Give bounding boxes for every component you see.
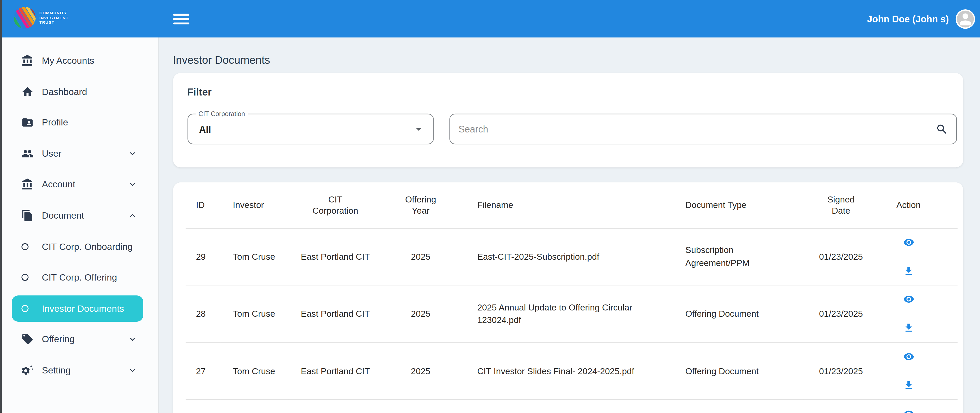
community-investment-trust-logo: COMMUNITY INVESTMENT TRUST bbox=[13, 6, 68, 29]
view-document-button[interactable] bbox=[903, 351, 914, 362]
sidebar-item-offering[interactable]: Offering bbox=[0, 326, 158, 353]
sidebar-item-label: Dashboard bbox=[42, 87, 87, 97]
cit-corporation-selected-value: All bbox=[199, 124, 211, 134]
sidebar-item-document[interactable]: Document bbox=[0, 202, 158, 229]
tag-icon bbox=[21, 333, 34, 346]
sidebar-item-label: Offering bbox=[42, 334, 75, 344]
chevron-up-icon bbox=[127, 211, 137, 221]
column-header-filename: Filename bbox=[458, 183, 665, 228]
sidebar-item-user[interactable]: User bbox=[0, 140, 158, 167]
eye-icon bbox=[903, 351, 914, 362]
download-icon bbox=[903, 380, 914, 391]
cell-signed-date: 01/23/2025 bbox=[803, 285, 878, 343]
person-icon bbox=[957, 10, 974, 27]
logo-text: COMMUNITY INVESTMENT TRUST bbox=[39, 10, 68, 25]
filter-heading: Filter bbox=[187, 87, 212, 98]
sidebar-item-my-accounts[interactable]: My Accounts bbox=[0, 48, 158, 74]
cell-investor bbox=[220, 399, 288, 413]
sidebar-item-cit-corp-offering[interactable]: CIT Corp. Offering bbox=[0, 264, 158, 291]
view-document-button[interactable] bbox=[903, 408, 914, 413]
cell-actions bbox=[878, 285, 957, 343]
column-header-cit-corporation: CIT Corporation bbox=[288, 183, 383, 228]
chevron-down-icon bbox=[127, 365, 137, 375]
column-header-action: Action bbox=[878, 183, 957, 228]
cell-signed-date bbox=[803, 399, 878, 413]
cell-cit-corporation: East Portland CIT bbox=[288, 342, 383, 399]
sidebar-item-label: CIT Corp. Onboarding bbox=[42, 241, 133, 251]
cit-corporation-select-label: CIT Corporation bbox=[195, 110, 248, 117]
cell-filename: East-CIT-2025-Subscription.pdf bbox=[458, 228, 665, 285]
chevron-down-icon bbox=[127, 334, 137, 344]
cell-cit-corporation bbox=[288, 399, 383, 413]
sidebar-item-cit-corp-onboarding[interactable]: CIT Corp. Onboarding bbox=[0, 234, 158, 260]
app-window: COMMUNITY INVESTMENT TRUST John Doe (Joh… bbox=[0, 0, 980, 413]
eye-icon bbox=[903, 408, 914, 413]
sidebar-item-label: Setting bbox=[42, 365, 71, 375]
radio-circle-icon bbox=[21, 304, 29, 313]
cell-offering-year bbox=[383, 399, 458, 413]
column-header-investor: Investor bbox=[220, 183, 288, 228]
cell-investor: Tom Cruse bbox=[220, 228, 288, 285]
logo-icon bbox=[13, 6, 36, 29]
column-header-offering-year: Offering Year bbox=[383, 183, 458, 228]
cell-offering-year: 2025 bbox=[383, 285, 458, 343]
cell-actions bbox=[878, 342, 957, 399]
eye-icon bbox=[903, 237, 914, 248]
sidebar-item-label: Profile bbox=[42, 118, 68, 127]
window-left-edge bbox=[0, 0, 2, 413]
cell-filename: CIT Investor Slides Final- 2024-2025.pdf bbox=[458, 342, 665, 399]
cell-document-type bbox=[665, 399, 803, 413]
hamburger-menu-icon[interactable] bbox=[173, 14, 189, 24]
column-header-document-type: Document Type bbox=[665, 183, 803, 228]
sidebar-item-label: Account bbox=[42, 179, 75, 189]
sidebar-item-dashboard[interactable]: Dashboard bbox=[0, 78, 158, 105]
download-document-button[interactable] bbox=[903, 322, 914, 334]
users-icon bbox=[21, 147, 34, 160]
filter-panel: Filter CIT Corporation All bbox=[173, 73, 963, 167]
chevron-down-icon bbox=[127, 179, 137, 189]
user-display-name: John Doe (John s) bbox=[867, 14, 949, 24]
column-header-signed-date: Signed Date bbox=[803, 183, 878, 228]
cell-document-type: Subscription Agreement/PPM bbox=[665, 228, 803, 285]
sidebar-item-label: Investor Documents bbox=[42, 303, 124, 313]
gear-icon bbox=[21, 364, 34, 376]
folder-profile-icon bbox=[21, 116, 34, 129]
download-icon bbox=[903, 265, 914, 276]
page-title: Investor Documents bbox=[173, 54, 270, 67]
radio-circle-icon bbox=[21, 242, 29, 251]
user-menu[interactable]: John Doe (John s) bbox=[867, 0, 975, 38]
cell-offering-year: 2025 bbox=[383, 228, 458, 285]
sidebar-item-investor-documents[interactable]: Investor Documents bbox=[0, 295, 158, 322]
cell-investor: Tom Cruse bbox=[220, 285, 288, 343]
cell-id: 29 bbox=[185, 228, 220, 285]
user-avatar[interactable] bbox=[956, 9, 975, 29]
bank-icon bbox=[21, 54, 34, 67]
sidebar-item-account[interactable]: Account bbox=[0, 172, 158, 198]
download-document-button[interactable] bbox=[903, 380, 914, 391]
sidebar-item-label: User bbox=[42, 149, 62, 159]
sidebar-item-label: CIT Corp. Offering bbox=[42, 272, 117, 282]
sidebar-item-profile[interactable]: Profile bbox=[0, 109, 158, 136]
cell-document-type: Offering Document bbox=[665, 285, 803, 343]
table-row: 28 Tom Cruse East Portland CIT 2025 2025… bbox=[185, 285, 957, 343]
cell-filename bbox=[458, 399, 665, 413]
view-document-button[interactable] bbox=[903, 294, 914, 305]
cell-filename: 2025 Annual Update to Offering Circular … bbox=[458, 285, 665, 343]
table-header-row: ID Investor CIT Corporation Offering Yea… bbox=[185, 183, 957, 228]
cell-id: 28 bbox=[185, 285, 220, 343]
search-input[interactable] bbox=[450, 114, 956, 144]
cell-id bbox=[185, 399, 220, 413]
top-header-bar: COMMUNITY INVESTMENT TRUST John Doe (Joh… bbox=[0, 0, 980, 38]
sidebar-item-setting[interactable]: Setting bbox=[0, 357, 158, 384]
search-icon[interactable] bbox=[935, 123, 948, 135]
cit-corporation-select[interactable]: CIT Corporation All bbox=[187, 114, 434, 145]
sidebar-navigation: My Accounts Dashboard Profile User Accou… bbox=[0, 38, 158, 413]
bank-icon bbox=[21, 178, 34, 191]
cell-id: 27 bbox=[185, 342, 220, 399]
download-document-button[interactable] bbox=[903, 265, 914, 276]
cell-cit-corporation: East Portland CIT bbox=[288, 285, 383, 343]
cell-investor: Tom Cruse bbox=[220, 342, 288, 399]
documents-table-card: ID Investor CIT Corporation Offering Yea… bbox=[173, 183, 963, 413]
table-row: 27 Tom Cruse East Portland CIT 2025 CIT … bbox=[185, 342, 957, 399]
view-document-button[interactable] bbox=[903, 237, 914, 248]
